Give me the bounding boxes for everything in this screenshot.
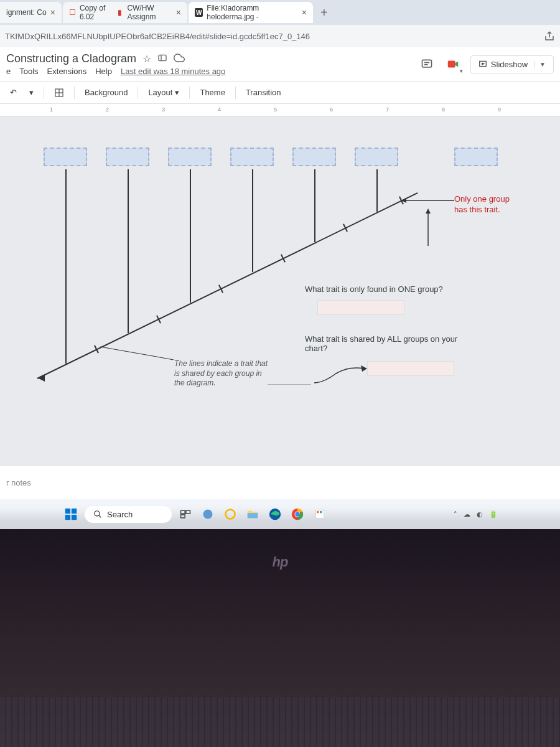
annotation-only-one: Only one group has this trait. [454,194,535,215]
slideshow-label: Slideshow [491,60,528,69]
document-title[interactable]: Constructing a Cladogram [6,52,136,65]
meet-icon[interactable]: ▾ [444,55,462,73]
taxon-box[interactable] [292,148,336,166]
chrome-icon[interactable] [289,505,306,523]
tab-label: File:Kladoramm heloderma.jpg - [207,4,297,21]
svg-marker-11 [401,198,406,203]
taskbar-app-icon[interactable] [199,505,217,523]
transition-button[interactable]: Transition [241,85,286,100]
branch-line [190,169,191,303]
svg-rect-23 [186,510,190,514]
windows-taskbar: Search ˄ ☁ ◐ 🔋 [0,499,560,529]
svg-point-25 [203,510,213,519]
svg-rect-16 [65,509,70,514]
taxon-box[interactable] [44,148,87,166]
close-icon[interactable]: × [50,7,55,17]
hp-logo: hp [273,554,288,570]
svg-rect-1 [422,60,431,67]
ruler-mark: 4 [218,106,221,113]
app-header: Constructing a Cladogram ☆ e Tools Exten… [0,47,560,82]
menu-help[interactable]: Help [95,67,112,76]
wikipedia-icon: W [195,8,203,17]
menu-extensions[interactable]: Extensions [47,67,87,76]
answer-input-2[interactable] [367,361,454,376]
close-icon[interactable]: × [176,7,181,17]
slide-canvas[interactable]: Only one group has this trait. The lines… [0,116,560,465]
browser-tab[interactable]: ☐ Copy of 6.02 ▮ CW/HW Assignm × [63,2,187,23]
connector-line [100,347,174,360]
layout-button[interactable]: Layout ▾ [143,85,184,100]
taskbar-app-icon[interactable] [311,505,329,523]
battery-icon[interactable]: 🔋 [489,510,498,519]
taxon-box[interactable] [355,148,398,166]
svg-rect-0 [159,55,166,60]
svg-point-20 [95,511,100,516]
svg-line-21 [99,515,101,518]
svg-rect-34 [320,511,322,513]
slideshow-button[interactable]: Slideshow ▼ [470,55,554,73]
comments-icon[interactable] [418,55,436,73]
close-icon[interactable]: × [302,7,307,17]
taxon-box[interactable] [106,148,149,166]
connector-line [268,384,311,385]
system-tray[interactable]: ˄ ☁ ◐ 🔋 [454,510,498,519]
svg-rect-18 [65,515,70,520]
new-tab-button[interactable]: + [314,6,334,20]
browser-tab[interactable]: ignment: Co × [0,2,62,23]
svg-point-26 [226,510,235,519]
menu-tools[interactable]: Tools [19,67,38,76]
laptop-bezel: hp [0,529,560,747]
move-icon[interactable] [157,53,167,65]
search-icon [93,510,102,519]
file-explorer-icon[interactable] [244,505,261,523]
menu-item[interactable]: e [6,67,11,76]
ruler-mark: 6 [330,106,333,113]
question-2: What trait is shared by ALL groups on yo… [305,334,535,353]
svg-rect-33 [317,511,319,513]
grid-icon[interactable] [49,85,69,100]
wifi-icon[interactable]: ◐ [477,510,483,519]
checkbox-icon: ☐ [69,8,76,17]
taxon-box[interactable] [230,148,274,166]
taskbar-search[interactable]: Search [85,506,172,523]
ruler-mark: 5 [274,106,277,113]
browser-tab[interactable]: W File:Kladoramm heloderma.jpg - × [189,2,313,23]
undo-button[interactable]: ↶ [5,85,22,100]
tab-label: Copy of 6.02 [80,4,113,21]
browser-tabs: ignment: Co × ☐ Copy of 6.02 ▮ CW/HW Ass… [0,0,560,25]
url-bar[interactable]: TKfMDxQRILLx66MFLNUbpIUPEObr6afCB2EiRB4/… [0,25,560,47]
keyboard-hint [0,697,560,747]
branch-line [128,169,129,333]
taskbar-app-icon[interactable] [222,505,239,523]
search-label: Search [107,510,133,519]
notes-placeholder: r notes [6,478,31,487]
svg-marker-14 [37,374,45,382]
ruler-mark: 8 [442,106,445,113]
last-edit-link[interactable]: Last edit was 18 minutes ago [121,67,225,76]
share-icon[interactable] [544,31,555,42]
question-1: What trait is only found in ONE group? [305,284,443,294]
theme-button[interactable]: Theme [195,85,230,100]
ruler-mark: 2 [106,106,109,113]
cloud-icon[interactable] [174,52,185,65]
svg-rect-4 [448,61,455,68]
cloud-sync-icon[interactable]: ☁ [464,510,470,519]
edge-icon[interactable] [266,505,284,523]
svg-marker-15 [361,365,367,372]
answer-input-1[interactable] [317,300,404,315]
background-button[interactable]: Background [80,85,133,100]
svg-rect-17 [72,509,77,514]
taxon-box[interactable] [454,148,498,166]
branch-line [252,169,253,272]
chevron-down-icon[interactable]: ▼ [534,61,546,68]
dropdown-icon[interactable]: ▾ [24,85,39,100]
task-view-icon[interactable] [177,505,194,523]
windows-start-icon[interactable] [62,505,80,523]
chevron-up-icon[interactable]: ˄ [454,510,457,519]
toolbar: ↶ ▾ Background Layout ▾ Theme Transition [0,82,560,104]
branch-line [314,169,315,242]
svg-rect-24 [181,515,185,518]
taxon-box[interactable] [168,148,212,166]
star-icon[interactable]: ☆ [142,53,151,65]
tab-label-suffix: CW/HW Assignm [127,4,172,21]
